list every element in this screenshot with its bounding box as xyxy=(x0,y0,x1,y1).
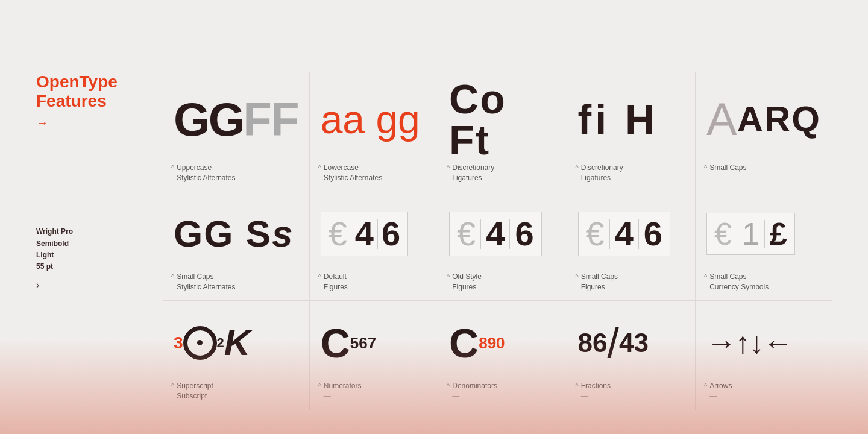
feature-display: A ARQ xyxy=(704,78,823,160)
feature-numerators: C567 ^ Numerators — xyxy=(310,301,438,410)
figure-6: 6 xyxy=(644,217,662,251)
sidebar: OpenTypeFeatures → Wright Pro Semibold L… xyxy=(36,72,163,410)
feature-display: aa gg xyxy=(318,78,429,160)
feature-display: 3 2 K xyxy=(171,307,301,379)
feature-display: C567 xyxy=(318,307,429,379)
c-glyph: C xyxy=(449,322,479,363)
caret-icon: ^ xyxy=(171,273,174,280)
label-area: ^ Small Caps — xyxy=(704,163,823,183)
figure-4: 4 xyxy=(615,217,634,251)
feature-label: Fractions — xyxy=(581,381,611,401)
feature-old-style-figures: € 4 6 ^ Old Style Figures xyxy=(438,192,567,301)
feature-superscript-subscript: 3 2 K ^ Superscript Subscript xyxy=(163,301,310,410)
separator xyxy=(351,219,351,249)
glyph-gg: GG xyxy=(174,96,243,143)
feature-display: C890 xyxy=(447,307,558,379)
sidebar-arrow[interactable]: → xyxy=(36,116,151,130)
one-symbol: 1 xyxy=(742,218,760,250)
label-area: ^ Small Caps Figures xyxy=(576,272,687,292)
caret-icon: ^ xyxy=(576,164,579,171)
feature-display: fi H xyxy=(576,78,687,160)
separator xyxy=(737,220,737,248)
feature-label: Default Figures xyxy=(324,272,348,292)
glyph-fi-h: fi H xyxy=(578,99,659,140)
figure-4: 4 xyxy=(486,217,505,251)
font-size: 55 pt xyxy=(36,261,151,272)
separator xyxy=(609,219,610,249)
font-style: Light xyxy=(36,250,151,261)
feature-label: Small Caps — xyxy=(709,163,746,183)
separator xyxy=(764,220,765,248)
font-info: Wright Pro Semibold Light 55 pt xyxy=(36,226,151,272)
sidebar-title: OpenTypeFeatures xyxy=(36,72,151,111)
caret-icon: ^ xyxy=(318,164,321,171)
label-area: ^ Old Style Figures xyxy=(447,272,558,292)
dot xyxy=(197,340,203,345)
feature-arrows: →↑↓← ^ Arrows — xyxy=(696,301,832,410)
feature-display: € 4 6 xyxy=(447,198,558,269)
figure-6: 6 xyxy=(382,217,400,251)
caret-icon: ^ xyxy=(576,273,579,280)
feature-display: →↑↓← xyxy=(704,307,823,379)
feature-small-caps-figures: € 4 6 ^ Small Caps Figures xyxy=(567,192,696,301)
circle-glyph xyxy=(183,326,217,360)
super-sub-glyph: 3 2 K xyxy=(174,325,250,361)
pound-symbol: £ xyxy=(770,218,787,250)
page: OpenTypeFeatures → Wright Pro Semibold L… xyxy=(0,0,868,434)
feature-display: € 4 6 xyxy=(576,198,687,269)
feature-display: GG FF xyxy=(171,78,301,160)
glyph-co-ft: Co Ft xyxy=(449,78,555,160)
separator xyxy=(638,219,639,249)
label-area: ^ Small Caps Stylistic Alternates xyxy=(171,272,301,292)
caret-icon: ^ xyxy=(318,273,321,280)
feature-display: 86/43 xyxy=(576,307,687,379)
figure-6: 6 xyxy=(515,217,533,251)
currency-box: € 1 £ xyxy=(706,213,795,255)
euro-symbol: € xyxy=(329,217,347,251)
feature-display: € 4 6 xyxy=(318,198,429,269)
feature-label: Discretionary Ligatures xyxy=(581,163,623,183)
caret-icon: ^ xyxy=(171,382,174,389)
glyph-gg-ss: GG S xyxy=(174,215,272,253)
fraction-slash: / xyxy=(607,322,618,364)
feature-disc-lig-2: fi H ^ Discretionary Ligatures xyxy=(567,72,696,192)
feature-uppercase-stylistic: GG FF ^ Uppercase Stylistic Alternates xyxy=(163,72,310,192)
feature-small-caps-stylistic: GG Ss ^ Small Caps Stylistic Alternates xyxy=(163,192,310,301)
font-weight: Semibold xyxy=(36,238,151,250)
euro-symbol: € xyxy=(714,218,732,250)
label-area: ^ Denominators — xyxy=(447,381,558,401)
feature-denominators: C890 ^ Denominators — xyxy=(438,301,567,410)
feature-small-caps: A ARQ ^ Small Caps — xyxy=(696,72,832,192)
caret-icon: ^ xyxy=(447,164,450,171)
euro-symbol: € xyxy=(586,217,605,251)
sidebar-arrow2[interactable]: › xyxy=(36,280,151,291)
euro-symbol: € xyxy=(457,217,476,251)
label-area: ^ Default Figures xyxy=(318,272,429,292)
glyph-arq: ARQ xyxy=(737,101,821,137)
glyph-a-large: A xyxy=(706,96,737,142)
label-area: ^ Lowercase Stylistic Alternates xyxy=(318,163,429,183)
feature-label: Small Caps Currency Symbols xyxy=(709,272,769,292)
separator xyxy=(377,219,378,249)
feature-lowercase-stylistic: aa gg ^ Lowercase Stylistic Alternates xyxy=(310,72,438,192)
caret-icon: ^ xyxy=(704,273,707,280)
feature-display: € 1 £ xyxy=(704,198,823,269)
osf-box: € 4 6 xyxy=(449,212,541,256)
glyph-ff: FF xyxy=(243,96,298,143)
k-glyph: K xyxy=(224,325,250,361)
caret-icon: ^ xyxy=(171,164,174,171)
feature-grid: GG FF ^ Uppercase Stylistic Alternates a… xyxy=(163,72,832,410)
feature-disc-lig-1: Co Ft ^ Discretionary Ligatures xyxy=(438,72,567,192)
separator xyxy=(509,219,510,249)
figures-box: € 4 6 xyxy=(321,212,408,256)
feature-label: Arrows — xyxy=(709,381,732,401)
label-area: ^ Arrows — xyxy=(704,381,823,401)
label-area: ^ Fractions — xyxy=(576,381,687,401)
caret-icon: ^ xyxy=(704,164,707,171)
feature-display: GG Ss xyxy=(171,198,301,269)
separator xyxy=(480,219,481,249)
figure-4: 4 xyxy=(355,217,374,251)
feature-label: Small Caps Figures xyxy=(581,272,618,292)
scf-box: € 4 6 xyxy=(578,212,670,256)
label-area: ^ Uppercase Stylistic Alternates xyxy=(171,163,301,183)
